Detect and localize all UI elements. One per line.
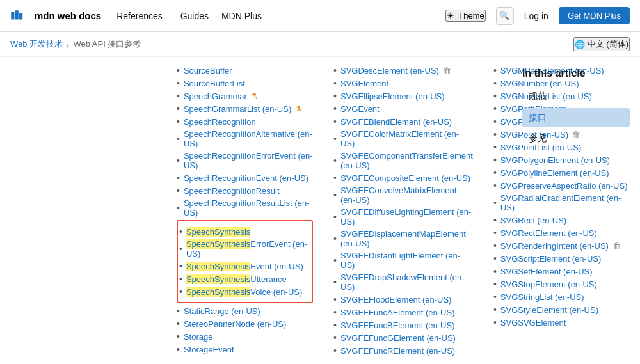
link[interactable]: SVGFEDiffuseLightingElement (en-US) — [340, 207, 473, 226]
link[interactable]: StaticRange (en-US) — [184, 306, 260, 316]
link[interactable]: SVGFEFloodElement (en-US) — [340, 295, 451, 305]
link[interactable]: SVGRect (en-US) — [500, 216, 566, 225]
bullet: • — [177, 186, 180, 196]
link[interactable]: SVGRectElement (en-US) — [500, 228, 597, 238]
list-item: • SVGFEFuncBElement (en-US) — [333, 320, 473, 330]
toc-item-1[interactable]: 接口 — [522, 108, 630, 127]
link[interactable]: StereoPannerNode (en-US) — [184, 319, 286, 329]
bullet: • — [177, 134, 180, 144]
list-item: • SVGFEFloodElement (en-US) — [333, 294, 473, 305]
nav-mdn-plus[interactable]: MDN Plus — [221, 11, 262, 21]
list-item: • SVGFEDisplacementMapElement (en-US) — [333, 229, 473, 248]
link[interactable]: SourceBufferList — [184, 79, 245, 88]
link[interactable]: SVGSetElement (en-US) — [500, 267, 593, 276]
bullet: • — [493, 142, 497, 152]
list-item: • SpeechRecognitionResultList (en-US) — [177, 198, 313, 218]
bullet: • — [493, 180, 497, 191]
list-item: • SVGFEDropShadowElement (en-US) — [333, 273, 473, 292]
link[interactable]: SVGStringList (en-US) — [500, 292, 584, 302]
list-item: • SVGSetElement (en-US) — [493, 266, 630, 276]
link[interactable]: SVGFEFuncGElement (en-US) — [340, 333, 456, 343]
link[interactable]: SpeechRecognition — [184, 117, 256, 127]
trash-icon[interactable]: 🗑 — [612, 241, 621, 251]
breadcrumb-item-1: Web API 接口参考 — [73, 38, 141, 50]
link[interactable]: SVGDescElement (en-US) — [340, 66, 439, 75]
link[interactable]: SVGScriptElement (en-US) — [500, 254, 602, 264]
sub-header: Web 开发技术 › Web API 接口参考 🌐 中文 (简体) — [0, 32, 640, 57]
link[interactable]: SVGElement — [340, 79, 388, 88]
link[interactable]: SVGStopElement (en-US) — [500, 280, 597, 289]
link[interactable]: SVGRenderingIntent (en-US) — [500, 241, 609, 251]
main-nav: References Guides MDN Plus — [116, 11, 262, 21]
bullet: • — [493, 292, 497, 302]
link[interactable]: SVGFEFuncAElement (en-US) — [340, 308, 454, 317]
login-link[interactable]: Log in — [524, 11, 548, 21]
link[interactable]: SVGFEDisplacementMapElement (en-US) — [340, 229, 473, 248]
search-button[interactable]: 🔍 — [496, 7, 514, 25]
list-item: • StereoPannerNode (en-US) — [177, 319, 313, 329]
bullet: • — [493, 228, 497, 238]
link[interactable]: SVGRadialGradientElement (en-US) — [500, 193, 630, 212]
language-button[interactable]: 🌐 中文 (简体) — [573, 37, 630, 51]
link[interactable]: SVGFEDistantLightElement (en-US) — [340, 251, 473, 270]
link-speech-synthesis-voice[interactable]: SpeechSynthesisVoice (en-US) — [186, 287, 302, 297]
link[interactable]: SVGPreserveAspectRatio (en-US) — [500, 181, 628, 191]
toc-item-0[interactable]: 规范 — [522, 87, 630, 106]
link[interactable]: SVGPolylineElement (en-US) — [500, 168, 609, 178]
list-item: • SVGEvent — [333, 104, 473, 114]
list-item: • SVGRect (en-US) — [493, 215, 630, 225]
link[interactable]: SVGStyleElement (en-US) — [500, 305, 598, 315]
link[interactable]: SpeechRecognitionErrorEvent (en-US) — [184, 151, 313, 170]
bullet: • — [177, 91, 180, 101]
link[interactable]: Storage — [184, 332, 213, 342]
link-speech-synthesis-event[interactable]: SpeechSynthesisEvent (en-US) — [186, 262, 303, 271]
list-item: • SVGFEFuncGElement (en-US) — [333, 333, 473, 343]
link-speech-synthesis[interactable]: SpeechSynthesis — [186, 227, 250, 237]
link[interactable]: SVGFEColorMatrixElement (en-US) — [340, 129, 473, 148]
link-speech-synthesis-error[interactable]: SpeechSynthesisErrorEvent (en-US) — [186, 239, 310, 258]
list-item: • SpeechRecognition — [177, 116, 313, 127]
link[interactable]: SVGFEDropShadowElement (en-US) — [340, 273, 473, 292]
get-plus-button[interactable]: Get MDN Plus — [559, 7, 630, 24]
link[interactable]: StorageEvent — [184, 345, 234, 354]
link[interactable]: SourceBuffer — [184, 66, 232, 75]
toc-item-2[interactable]: 参见 — [522, 129, 630, 148]
link[interactable]: SVGEllipseElement (en-US) — [340, 91, 445, 101]
link-speech-synthesis-utterance[interactable]: SpeechSynthesisUtterance — [186, 274, 287, 284]
link[interactable]: SVGEvent — [340, 104, 380, 114]
list-item: • SVGSVGElement — [493, 317, 630, 328]
breadcrumb-item-0[interactable]: Web 开发技术 — [10, 38, 63, 50]
link[interactable]: SpeechRecognitionAlternative (en-US) — [184, 129, 313, 148]
logo[interactable]: mdn web docs — [10, 8, 101, 24]
list-item: • SVGFECompositeElement (en-US) — [333, 173, 473, 183]
exp-icon: ⚗ — [251, 92, 257, 100]
bullet: • — [177, 116, 180, 127]
link[interactable]: SVGFEBlendElement (en-US) — [340, 117, 452, 127]
nav-guides[interactable]: Guides — [180, 11, 209, 21]
link[interactable]: SpeechGrammarList (en-US) — [184, 104, 291, 114]
list-item-speech-synthesis: • SpeechSynthesis — [179, 226, 310, 237]
list-item: • SVGFEFuncAElement (en-US) — [333, 307, 473, 317]
link[interactable]: SVGFECompositeElement (en-US) — [340, 173, 470, 183]
in-article-title: In this article — [522, 68, 630, 79]
link[interactable]: SpeechRecognitionResultList (en-US) — [184, 198, 313, 218]
nav-references[interactable]: References — [116, 11, 163, 21]
link[interactable]: SpeechGrammar — [184, 91, 247, 101]
bullet: • — [333, 134, 337, 144]
list-item: • SVGStyleElement (en-US) — [493, 305, 630, 315]
theme-button[interactable]: ☀ Theme — [445, 10, 485, 22]
trash-icon[interactable]: 🗑 — [443, 66, 451, 75]
link[interactable]: SVGFEComponentTransferElement (en-US) — [340, 151, 473, 170]
list-item-speech-synthesis-voice: • SpeechSynthesisVoice (en-US) — [179, 287, 310, 297]
link[interactable]: SVGFEConvolveMatrixElement (en-US) — [340, 186, 473, 205]
link[interactable]: SpeechRecognitionEvent (en-US) — [184, 173, 308, 183]
link[interactable]: SVGFEFuncBElement (en-US) — [340, 320, 454, 330]
bullet: • — [333, 333, 337, 343]
language-label: 中文 (简体) — [588, 38, 628, 50]
link[interactable]: SVGFEFuncRElement (en-US) — [340, 346, 455, 356]
bullet: • — [333, 116, 337, 127]
bullet: • — [177, 306, 180, 316]
link[interactable]: SVGSVGElement — [500, 318, 566, 328]
list-item: • SVGFEDistantLightElement (en-US) — [333, 251, 473, 270]
link[interactable]: SpeechRecognitionResult — [184, 186, 280, 196]
